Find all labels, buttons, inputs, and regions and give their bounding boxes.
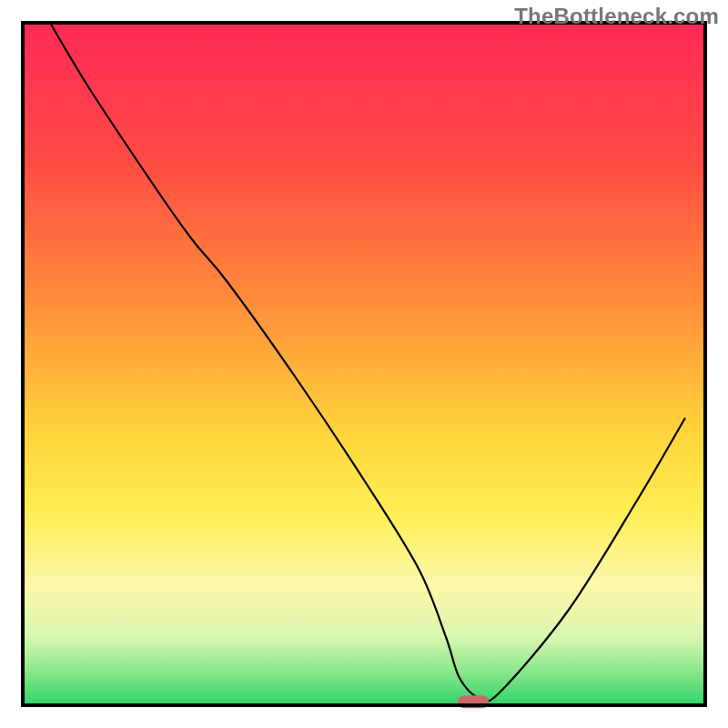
- plot-background: [23, 23, 705, 705]
- chart-container: { "watermark": "TheBottleneck.com", "cha…: [0, 0, 728, 728]
- bottleneck-chart: [0, 0, 728, 728]
- watermark-text: TheBottleneck.com: [514, 4, 719, 29]
